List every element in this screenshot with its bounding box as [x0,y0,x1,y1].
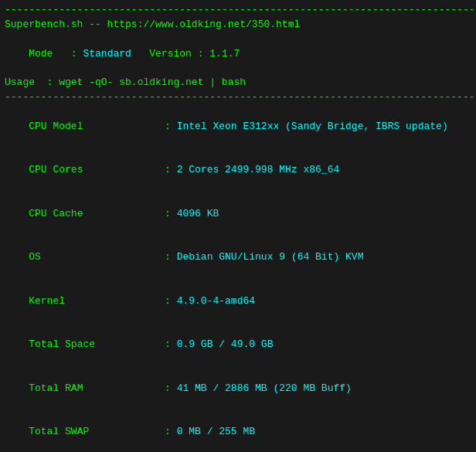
divider-1: ----------------------------------------… [5,90,471,105]
os-label: OS [29,250,158,265]
total-ram-row: Total RAM : 41 MB / 2886 MB (220 MB Buff… [5,367,471,411]
cpu-cores-value: 2 Cores 2499.998 MHz x86_64 [177,164,340,175]
mode-label: Mode : [29,48,83,59]
total-ram-value: 41 MB / 2886 MB (220 MB Buff) [177,382,352,394]
divider-top: ----------------------------------------… [5,3,471,18]
kernel-row: Kernel : 4.9.0-4-amd64 [5,280,471,324]
total-space-row: Total Space : 0.9 GB / 49.0 GB [5,324,471,368]
cpu-cache-label: CPU Cache [29,207,158,222]
header-line2: Mode : Standard Version : 1.1.7 [5,32,471,76]
os-value: Debian GNU/Linux 9 (64 Bit) KVM [177,251,364,263]
version-text: Version : 1.1.7 [131,48,240,59]
kernel-label: Kernel [29,294,158,309]
total-swap-value: 0 MB / 255 MB [177,426,255,437]
terminal-window: ----------------------------------------… [5,3,471,452]
header-line1: Superbench.sh -- https://www.oldking.net… [5,18,471,32]
kernel-value: 4.9.0-4-amd64 [177,295,255,307]
total-space-label: Total Space [29,338,158,352]
cpu-model-value: Intel Xeon E312xx (Sandy Bridge, IBRS up… [177,121,448,132]
total-ram-label: Total RAM [29,382,158,396]
cpu-model-row: CPU Model : Intel Xeon E312xx (Sandy Bri… [5,105,471,149]
cpu-cache-value: 4096 KB [177,208,219,219]
cpu-cache-row: CPU Cache : 4096 KB [5,192,471,236]
os-row: OS : Debian GNU/Linux 9 (64 Bit) KVM [5,236,471,280]
total-swap-row: Total SWAP : 0 MB / 255 MB [5,411,471,452]
header-line3: Usage : wget -qO- sb.oldking.net | bash [5,76,471,90]
total-space-value: 0.9 GB / 49.0 GB [177,338,274,350]
mode-value: Standard [83,48,131,59]
cpu-cores-label: CPU Cores [29,163,158,178]
total-swap-label: Total SWAP [29,425,158,440]
cpu-cores-row: CPU Cores : 2 Cores 2499.998 MHz x86_64 [5,148,471,192]
cpu-model-label: CPU Model [29,120,158,134]
